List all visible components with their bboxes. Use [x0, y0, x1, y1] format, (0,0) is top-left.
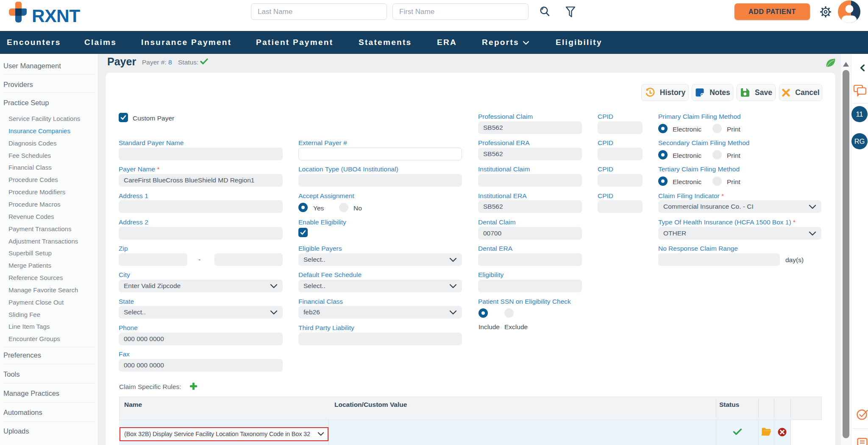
- svg-text:RXNT: RXNT: [32, 6, 80, 26]
